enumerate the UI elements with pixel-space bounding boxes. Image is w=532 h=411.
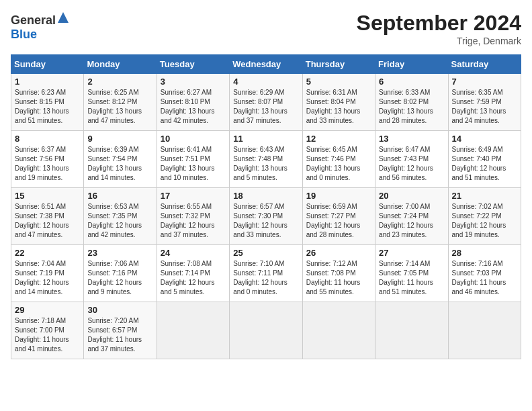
calendar-week-1: 1 Sunrise: 6:23 AM Sunset: 8:15 PM Dayli… (11, 74, 521, 131)
calendar-cell: 23 Sunrise: 7:06 AM Sunset: 7:16 PM Dayl… (84, 245, 157, 302)
calendar-week-3: 15 Sunrise: 6:51 AM Sunset: 7:38 PM Dayl… (11, 188, 521, 245)
day-number: 26 (306, 248, 371, 258)
day-info: Sunrise: 6:27 AM Sunset: 8:10 PM Dayligh… (161, 88, 226, 126)
calendar-cell: 16 Sunrise: 6:53 AM Sunset: 7:35 PM Dayl… (84, 188, 157, 245)
day-info: Sunrise: 6:43 AM Sunset: 7:48 PM Dayligh… (233, 145, 298, 183)
header-saturday: Saturday (448, 55, 521, 74)
calendar-cell (302, 302, 375, 359)
day-number: 25 (233, 248, 298, 258)
calendar-header-row: SundayMondayTuesdayWednesdayThursdayFrid… (11, 55, 521, 74)
header-wednesday: Wednesday (230, 55, 302, 74)
logo-blue: Blue (11, 28, 37, 41)
day-info: Sunrise: 7:18 AM Sunset: 7:00 PM Dayligh… (15, 316, 80, 354)
day-number: 12 (306, 134, 371, 144)
calendar-cell: 21 Sunrise: 7:02 AM Sunset: 7:22 PM Dayl… (448, 188, 521, 245)
calendar-cell: 8 Sunrise: 6:37 AM Sunset: 7:56 PM Dayli… (11, 131, 84, 188)
day-info: Sunrise: 6:53 AM Sunset: 7:35 PM Dayligh… (87, 202, 152, 240)
header-tuesday: Tuesday (157, 55, 229, 74)
day-number: 15 (15, 191, 80, 201)
day-info: Sunrise: 6:31 AM Sunset: 8:04 PM Dayligh… (306, 88, 371, 126)
day-number: 11 (233, 134, 298, 144)
svg-marker-0 (58, 12, 69, 23)
day-number: 19 (306, 191, 371, 201)
day-info: Sunrise: 6:41 AM Sunset: 7:51 PM Dayligh… (161, 145, 226, 183)
day-number: 2 (87, 77, 152, 87)
calendar-cell: 22 Sunrise: 7:04 AM Sunset: 7:19 PM Dayl… (11, 245, 84, 302)
calendar-cell: 5 Sunrise: 6:31 AM Sunset: 8:04 PM Dayli… (302, 74, 375, 131)
logo-icon (56, 11, 70, 24)
calendar-cell: 25 Sunrise: 7:10 AM Sunset: 7:11 PM Dayl… (230, 245, 302, 302)
calendar-week-2: 8 Sunrise: 6:37 AM Sunset: 7:56 PM Dayli… (11, 131, 521, 188)
day-number: 20 (379, 191, 444, 201)
day-number: 13 (379, 134, 444, 144)
day-info: Sunrise: 6:51 AM Sunset: 7:38 PM Dayligh… (15, 202, 80, 240)
day-number: 30 (87, 305, 152, 315)
calendar-cell: 9 Sunrise: 6:39 AM Sunset: 7:54 PM Dayli… (84, 131, 157, 188)
day-info: Sunrise: 6:35 AM Sunset: 7:59 PM Dayligh… (452, 88, 517, 126)
calendar-week-4: 22 Sunrise: 7:04 AM Sunset: 7:19 PM Dayl… (11, 245, 521, 302)
day-number: 28 (452, 248, 517, 258)
calendar-cell: 13 Sunrise: 6:47 AM Sunset: 7:43 PM Dayl… (375, 131, 448, 188)
day-info: Sunrise: 7:08 AM Sunset: 7:14 PM Dayligh… (161, 259, 226, 297)
logo: General Blue (11, 11, 70, 42)
calendar-cell: 12 Sunrise: 6:45 AM Sunset: 7:46 PM Dayl… (302, 131, 375, 188)
day-info: Sunrise: 6:45 AM Sunset: 7:46 PM Dayligh… (306, 145, 371, 183)
calendar-cell: 30 Sunrise: 7:20 AM Sunset: 6:57 PM Dayl… (84, 302, 157, 359)
day-number: 3 (161, 77, 226, 87)
day-number: 29 (15, 305, 80, 315)
day-info: Sunrise: 7:12 AM Sunset: 7:08 PM Dayligh… (306, 259, 371, 297)
day-info: Sunrise: 7:14 AM Sunset: 7:05 PM Dayligh… (379, 259, 444, 297)
day-number: 7 (452, 77, 517, 87)
header-thursday: Thursday (302, 55, 375, 74)
day-number: 1 (15, 77, 80, 87)
day-info: Sunrise: 7:10 AM Sunset: 7:11 PM Dayligh… (233, 259, 298, 297)
calendar-cell: 15 Sunrise: 6:51 AM Sunset: 7:38 PM Dayl… (11, 188, 84, 245)
day-info: Sunrise: 7:02 AM Sunset: 7:22 PM Dayligh… (452, 202, 517, 240)
calendar-table: SundayMondayTuesdayWednesdayThursdayFrid… (11, 54, 521, 359)
calendar-cell: 7 Sunrise: 6:35 AM Sunset: 7:59 PM Dayli… (448, 74, 521, 131)
calendar-cell: 11 Sunrise: 6:43 AM Sunset: 7:48 PM Dayl… (230, 131, 302, 188)
calendar-cell: 3 Sunrise: 6:27 AM Sunset: 8:10 PM Dayli… (157, 74, 229, 131)
day-number: 5 (306, 77, 371, 87)
title-area: September 2024 Trige, Denmark (357, 11, 521, 46)
day-number: 17 (161, 191, 226, 201)
calendar-week-5: 29 Sunrise: 7:18 AM Sunset: 7:00 PM Dayl… (11, 302, 521, 359)
page-header: General Blue September 2024 Trige, Denma… (11, 11, 521, 46)
calendar-cell: 14 Sunrise: 6:49 AM Sunset: 7:40 PM Dayl… (448, 131, 521, 188)
calendar-cell: 27 Sunrise: 7:14 AM Sunset: 7:05 PM Dayl… (375, 245, 448, 302)
day-number: 14 (452, 134, 517, 144)
day-info: Sunrise: 6:55 AM Sunset: 7:32 PM Dayligh… (161, 202, 226, 240)
calendar-cell: 24 Sunrise: 7:08 AM Sunset: 7:14 PM Dayl… (157, 245, 229, 302)
header-monday: Monday (84, 55, 157, 74)
day-info: Sunrise: 7:20 AM Sunset: 6:57 PM Dayligh… (87, 316, 152, 354)
day-number: 16 (87, 191, 152, 201)
logo-text: General Blue (11, 11, 70, 42)
calendar-cell: 2 Sunrise: 6:25 AM Sunset: 8:12 PM Dayli… (84, 74, 157, 131)
day-number: 9 (87, 134, 152, 144)
calendar-cell: 29 Sunrise: 7:18 AM Sunset: 7:00 PM Dayl… (11, 302, 84, 359)
calendar-cell (157, 302, 229, 359)
header-friday: Friday (375, 55, 448, 74)
day-info: Sunrise: 7:00 AM Sunset: 7:24 PM Dayligh… (379, 202, 444, 240)
day-number: 4 (233, 77, 298, 87)
day-info: Sunrise: 6:33 AM Sunset: 8:02 PM Dayligh… (379, 88, 444, 126)
day-info: Sunrise: 6:59 AM Sunset: 7:27 PM Dayligh… (306, 202, 371, 240)
logo-general: General (11, 13, 56, 27)
day-info: Sunrise: 6:25 AM Sunset: 8:12 PM Dayligh… (87, 88, 152, 126)
day-number: 6 (379, 77, 444, 87)
day-number: 10 (161, 134, 226, 144)
day-number: 21 (452, 191, 517, 201)
calendar-cell: 6 Sunrise: 6:33 AM Sunset: 8:02 PM Dayli… (375, 74, 448, 131)
calendar-cell: 20 Sunrise: 7:00 AM Sunset: 7:24 PM Dayl… (375, 188, 448, 245)
header-sunday: Sunday (11, 55, 84, 74)
day-number: 23 (87, 248, 152, 258)
calendar-cell: 17 Sunrise: 6:55 AM Sunset: 7:32 PM Dayl… (157, 188, 229, 245)
calendar-cell: 18 Sunrise: 6:57 AM Sunset: 7:30 PM Dayl… (230, 188, 302, 245)
calendar-cell (230, 302, 302, 359)
calendar-cell (448, 302, 521, 359)
calendar-cell: 26 Sunrise: 7:12 AM Sunset: 7:08 PM Dayl… (302, 245, 375, 302)
month-title: September 2024 (357, 11, 521, 36)
calendar-cell: 1 Sunrise: 6:23 AM Sunset: 8:15 PM Dayli… (11, 74, 84, 131)
calendar-cell: 4 Sunrise: 6:29 AM Sunset: 8:07 PM Dayli… (230, 74, 302, 131)
location-subtitle: Trige, Denmark (357, 36, 521, 46)
